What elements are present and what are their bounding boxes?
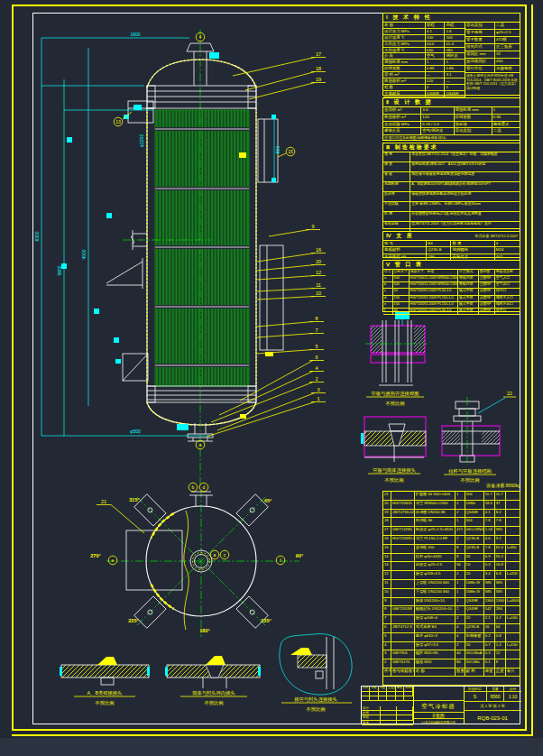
table-cell: 名 称 bbox=[415, 668, 456, 678]
balloon-label: 13 bbox=[115, 119, 121, 124]
table-cell: 接管 φ57×3.5 bbox=[415, 642, 456, 651]
company-name: ××化工机械制造有限公司 bbox=[413, 719, 464, 725]
nozzle-header-row: 符号公称尺寸连接尺寸、标准法兰型式密封面用途或名称 bbox=[383, 270, 520, 276]
table-cell: Q235-B bbox=[465, 624, 484, 633]
table-row: 5垫片 φ610×34石棉橡胶0.20.8 bbox=[383, 633, 520, 642]
table-cell: 21 bbox=[383, 492, 391, 501]
table-cell: 16Mn bbox=[465, 501, 484, 510]
table-cell bbox=[506, 589, 520, 598]
table-row: 符号公称尺寸连接尺寸、标准法兰型式密封面用途或名称 bbox=[383, 270, 520, 276]
weld-detail-shell-head-joint: 筒体与封头环向接头 不按比例 bbox=[165, 656, 261, 706]
table-cell: 热处理 bbox=[383, 192, 410, 202]
table-row: 盛装介质空气/循环水容器类别二类 bbox=[383, 128, 520, 135]
table-cell: 工作温度 ℃ bbox=[383, 48, 426, 54]
table-cell: 5.13 / 2.0 bbox=[421, 122, 454, 129]
table-cell: Q345R bbox=[465, 606, 484, 615]
table-cell: 0.7 bbox=[484, 642, 495, 651]
table-cell bbox=[506, 562, 520, 571]
table-cell: 连接尺寸、标准 bbox=[410, 270, 458, 276]
table-cell: 1 bbox=[456, 580, 465, 589]
table-cell: 焊 接 bbox=[383, 162, 410, 172]
table-row: b500HG/T20615-2009 WN500-Cl300带颈对焊凸面RF空气… bbox=[383, 282, 520, 289]
table-cell: 拉杆 φ16×4420 bbox=[415, 554, 456, 563]
table-row: 管子数量472根 bbox=[465, 37, 520, 44]
nozzle-table-title: Ⅴ 管 口 表 bbox=[383, 261, 520, 270]
support-grid: 型 号B4数 量4垫板材料Q235-B地脚螺栓M24支座载荷 kN236安装尺寸… bbox=[383, 241, 520, 261]
balloon-label: 4 bbox=[199, 34, 202, 40]
table-cell: 0.3 bbox=[484, 650, 495, 659]
table-cell: 64 bbox=[495, 624, 506, 633]
table-cell: 55.2 bbox=[495, 554, 506, 563]
table-cell bbox=[506, 501, 520, 510]
table-cell: 空气入口 bbox=[495, 276, 520, 282]
tech-note: 设备主要受压元件材料标准:GB 713-2014、GB/T 8163-2018;… bbox=[465, 73, 520, 98]
table-cell: e bbox=[383, 302, 393, 309]
table-cell: 10 bbox=[465, 562, 484, 571]
table-row: 4接管 φ57×3.52200.71.4L=150 bbox=[383, 642, 520, 651]
table-cell: 8 bbox=[456, 554, 465, 563]
table-cell: 120 bbox=[421, 115, 454, 122]
leader-line bbox=[249, 83, 315, 100]
table-cell: 16.8 bbox=[495, 562, 506, 571]
table-cell: 管板拼接焊缝焊后整体消除应力热处理 bbox=[410, 192, 520, 202]
table-cell: a bbox=[383, 276, 393, 282]
angle-label: 315° bbox=[129, 497, 139, 502]
detail3-caption: 拉杆与管板连接结构 bbox=[448, 468, 492, 475]
table-cell: 2 bbox=[456, 510, 465, 519]
table-cell: 4 bbox=[495, 241, 520, 247]
table-row: 18防冲板 δ613047.87.8 bbox=[383, 518, 520, 527]
table-cell: 管子数量 bbox=[465, 37, 495, 44]
table-cell: HG/T20615 bbox=[391, 501, 415, 510]
table-cell: 图号或标准号 bbox=[391, 668, 415, 678]
tech-right-grid: 容器类别二类管子规格φ25×2.5管子数量472根排列方式正三角形管间距 mm3… bbox=[465, 23, 520, 73]
support-table-title: Ⅳ 支 座耳式支座 JB/T4712.3-2007 bbox=[383, 232, 520, 241]
table-cell bbox=[506, 554, 520, 563]
table-row: 通 用本设备按GB/T151-2014《热交换器》制造、试验和验收 bbox=[383, 152, 520, 162]
table-cell: 2 bbox=[456, 642, 465, 651]
table-row: 9筒体 DN1200×101Q345R13601360L=4600 bbox=[383, 598, 520, 607]
table-cell bbox=[391, 598, 415, 607]
table-row: 容 积 m³—3.1 bbox=[383, 72, 465, 78]
table-cell bbox=[391, 589, 415, 598]
table-cell: 8 bbox=[495, 659, 506, 668]
table-cell: 6 bbox=[383, 624, 391, 633]
bom-header-row: 件号图号或标准号名 称数量材 料单重总重备注 bbox=[383, 668, 520, 678]
table-cell: 472 bbox=[456, 527, 465, 536]
table-cell: ≤40 bbox=[426, 48, 446, 54]
table-cell: 37 bbox=[495, 501, 506, 510]
table-cell: 件号 bbox=[383, 668, 391, 678]
table-cell: 法兰 WN500-Cl300 bbox=[415, 501, 456, 510]
sheet-outer-border-bottom bbox=[12, 734, 533, 736]
table-cell: ≤80 bbox=[445, 48, 465, 54]
table-cell: — bbox=[426, 72, 446, 78]
table-cell: 换热管与管板采用强度胀接加密封焊连接 bbox=[410, 172, 520, 182]
table-cell: 10 bbox=[383, 589, 391, 598]
table-cell: 18.5 bbox=[484, 501, 495, 510]
table-cell: 凸面RF bbox=[479, 276, 495, 282]
table-cell: 接管 φ159×4.5 bbox=[415, 571, 456, 580]
table-cell bbox=[391, 518, 415, 527]
table-cell: 585 bbox=[484, 589, 495, 598]
table-cell: Q345R bbox=[445, 91, 465, 97]
table-row: f40HG/T20592-2009 PL40-1.0板式平焊突面RF放空口 bbox=[383, 309, 520, 315]
table-cell: 3.1 bbox=[445, 72, 465, 78]
table-cell: 突面RF bbox=[479, 289, 495, 295]
vessel-elevation-view bbox=[41, 30, 286, 487]
table-cell: 1.24 bbox=[484, 527, 495, 536]
dimension-text: φ1200 bbox=[139, 134, 144, 148]
table-cell: 公称尺寸 bbox=[393, 270, 410, 276]
table-cell: 带颈对焊 bbox=[458, 282, 479, 289]
table-cell: ≤1.4 bbox=[445, 41, 465, 48]
table-cell: 0.85 bbox=[426, 66, 446, 72]
table-cell: 换热面积 m² bbox=[383, 115, 421, 122]
table-cell: 材 料 bbox=[465, 668, 484, 678]
table-cell: 1 bbox=[456, 492, 465, 501]
table-row: 16HG/T20592-09法兰 PL150-1.0 RF2Q235-B4.69… bbox=[383, 536, 520, 545]
table-cell: 全容积 m³ bbox=[383, 107, 421, 115]
table-cell: Q345R bbox=[426, 91, 446, 97]
leader-line bbox=[207, 402, 315, 438]
table-cell: 盛装介质 bbox=[383, 128, 421, 135]
item-number: 4 bbox=[315, 365, 318, 371]
item-number: 21 bbox=[101, 499, 106, 504]
item-number: 17 bbox=[316, 51, 321, 57]
